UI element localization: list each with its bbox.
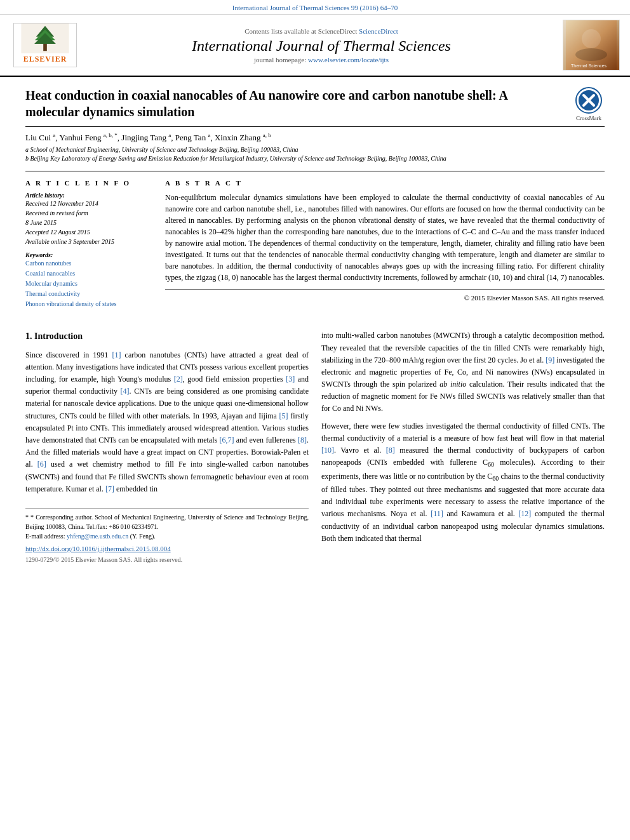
ref-5[interactable]: [5] <box>279 411 288 420</box>
section-number: 1. <box>25 331 32 341</box>
keyword-4: Thermal conductivity <box>25 289 152 299</box>
intro-para2: into multi-walled carbon nanotubes (MWCN… <box>321 330 605 415</box>
elsevier-logo-left: ELSEVIER <box>10 23 80 67</box>
ref-7b[interactable]: [7] <box>105 484 114 493</box>
paper-title: Heat conduction in coaxial nanocables of… <box>25 87 573 120</box>
author-3: Jingjing Tang a, <box>121 133 175 142</box>
journal-title: International Journal of Thermal Science… <box>93 37 550 55</box>
body-col-left: 1. Introduction Since discovered in 1991… <box>25 330 309 564</box>
journal-citation: International Journal of Thermal Science… <box>232 4 398 11</box>
history-title: Article history: <box>25 192 152 199</box>
abstract-title: A B S T R A C T <box>165 179 605 187</box>
ref-10[interactable]: [10] <box>321 446 334 455</box>
affiliation-b: b Beijing Key Laboratory of Energy Savin… <box>25 154 605 163</box>
email-link[interactable]: yhfeng@me.ustb.edu.cn <box>67 533 128 540</box>
svg-rect-1 <box>43 43 47 51</box>
article-history: Article history: Received 12 November 20… <box>25 192 152 246</box>
author-1: Liu Cui a, <box>25 133 59 142</box>
cover-image-icon: Thermal Sciences <box>566 20 617 70</box>
revised-date: 8 June 2015 <box>25 218 152 227</box>
corresponding-author-note: * * Corresponding author. School of Mech… <box>25 512 309 531</box>
copyright-line: © 2015 Elsevier Masson SAS. All rights r… <box>165 290 605 302</box>
author-4: Peng Tan a, <box>175 133 215 142</box>
ref-8b[interactable]: [8] <box>386 446 395 455</box>
ref-11[interactable]: [11] <box>431 509 443 518</box>
svg-point-6 <box>582 29 601 48</box>
article-columns: A R T I C L E I N F O Article history: R… <box>25 171 605 309</box>
ref-2[interactable]: [2] <box>174 375 183 383</box>
article-info-title: A R T I C L E I N F O <box>25 179 152 187</box>
homepage-url[interactable]: www.elsevier.com/locate/ijts <box>308 56 389 63</box>
crossmark-label: CrossMark <box>576 115 601 121</box>
intro-para1: Since discovered in 1991 [1] carbon nano… <box>25 349 309 495</box>
accepted-date: Accepted 12 August 2015 <box>25 227 152 237</box>
received-revised-label: Received in revised form <box>25 208 152 218</box>
keyword-2: Coaxial nanocables <box>25 269 152 279</box>
main-body: 1. Introduction Since discovered in 1991… <box>0 330 630 564</box>
affiliations: a School of Mechanical Engineering, Univ… <box>25 145 605 163</box>
crossmark-badge: CrossMark <box>573 87 605 121</box>
footnotes: * * Corresponding author. School of Mech… <box>25 508 309 565</box>
journal-cover-image: Thermal Sciences <box>563 20 620 70</box>
elsevier-brand-text: ELSEVIER <box>23 55 67 64</box>
top-bar: International Journal of Thermal Science… <box>0 0 630 15</box>
body-col-right: into multi-walled carbon nanotubes (MWCN… <box>321 330 605 564</box>
keywords-title: Keywords: <box>25 251 152 258</box>
abstract-section: A B S T R A C T Non-equilibrium molecula… <box>165 179 605 309</box>
ref-1[interactable]: [1] <box>112 350 121 359</box>
author-2: Yanhui Feng a, b, *, <box>59 133 121 142</box>
svg-point-7 <box>575 48 607 61</box>
authors-line: Liu Cui a, Yanhui Feng a, b, *, Jingjing… <box>25 132 605 143</box>
intro-para3: However, there were few studies investig… <box>321 420 605 545</box>
abstract-text: Non-equilibrium molecular dynamics simul… <box>165 192 605 283</box>
elsevier-tree-icon <box>20 23 70 53</box>
keyword-3: Molecular dynamics <box>25 279 152 289</box>
homepage-line: journal homepage: www.elsevier.com/locat… <box>93 56 550 63</box>
article-info-panel: A R T I C L E I N F O Article history: R… <box>25 179 152 309</box>
body-columns: 1. Introduction Since discovered in 1991… <box>25 330 605 564</box>
section-label: Introduction <box>34 331 83 341</box>
issn-text: 1290-0729/© 2015 Elsevier Masson SAS. Al… <box>25 555 309 565</box>
ref-3[interactable]: [3] <box>286 375 295 383</box>
ref-67[interactable]: [6,7] <box>219 436 234 444</box>
ref-6b[interactable]: [6] <box>37 460 46 469</box>
journal-header: ELSEVIER Contents lists available at Sci… <box>0 15 630 77</box>
email-line: E-mail address: yhfeng@me.ustb.edu.cn (Y… <box>25 531 309 541</box>
keyword-1: Carbon nanotubes <box>25 258 152 269</box>
crossmark-icon <box>575 87 602 114</box>
intro-section-title: 1. Introduction <box>25 330 309 343</box>
svg-text:Thermal Sciences: Thermal Sciences <box>571 63 607 68</box>
ref-8[interactable]: [8] <box>298 436 307 444</box>
journal-center-info: Contents lists available at ScienceDirec… <box>80 27 563 63</box>
sciencedirect-link[interactable]: ScienceDirect <box>359 27 398 35</box>
doi-link[interactable]: http://dx.doi.org/10.1016/j.ijthermalsci… <box>25 543 309 555</box>
author-5: Xinxin Zhang a, b <box>215 133 271 142</box>
available-date: Available online 3 September 2015 <box>25 237 152 246</box>
keyword-5: Phonon vibrational density of states <box>25 299 152 309</box>
affiliation-a: a School of Mechanical Engineering, Univ… <box>25 145 605 154</box>
paper-container: Heat conduction in coaxial nanocables of… <box>0 77 630 319</box>
received-date: Received 12 November 2014 <box>25 199 152 208</box>
keywords-section: Keywords: Carbon nanotubes Coaxial nanoc… <box>25 251 152 309</box>
paper-title-section: Heat conduction in coaxial nanocables of… <box>25 87 605 127</box>
ref-9[interactable]: [9] <box>546 356 554 364</box>
ref-4[interactable]: [4] <box>121 387 130 396</box>
sciencedirect-line: Contents lists available at ScienceDirec… <box>93 27 550 35</box>
ref-12[interactable]: [12] <box>518 509 531 518</box>
